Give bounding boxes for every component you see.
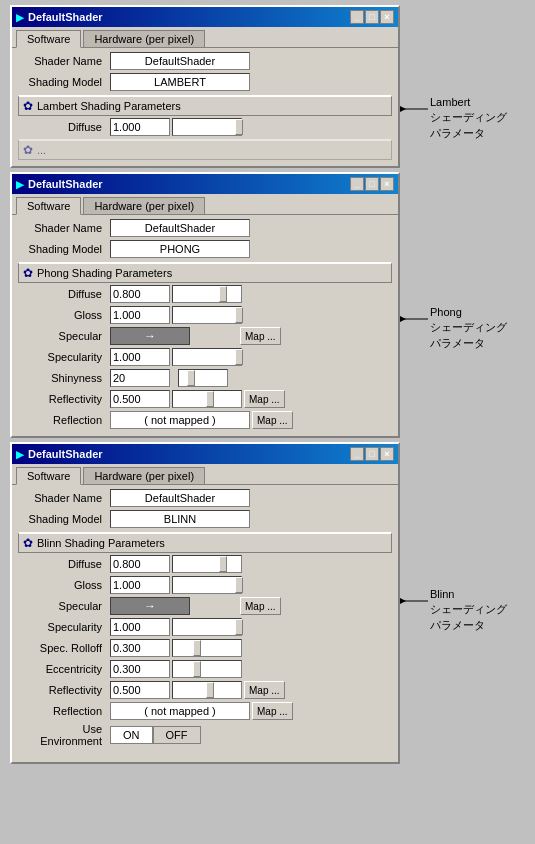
phong-arrow-line (400, 309, 430, 329)
phong-specular-map-btn[interactable]: Map ... (240, 327, 281, 345)
blinn-specular-arrow[interactable]: → (110, 597, 190, 615)
blinn-diffuse-input[interactable]: 0.800 (110, 555, 170, 573)
blinn-gloss-input[interactable]: 1.000 (110, 576, 170, 594)
close-button-blinn[interactable]: × (380, 447, 394, 461)
blinn-reflectivity-container: 0.500 (110, 681, 242, 699)
shading-model-row: Shading Model LAMBERT (16, 73, 394, 91)
phong-reflection-input[interactable]: ( not mapped ) (110, 411, 250, 429)
maximize-button[interactable]: □ (365, 10, 379, 24)
tab-hardware-blinn[interactable]: Hardware (per pixel) (83, 467, 205, 484)
phong-content: Shader Name DefaultShader Shading Model … (12, 215, 398, 436)
tab-hardware[interactable]: Hardware (per pixel) (83, 30, 205, 47)
shading-model-input-phong[interactable]: PHONG (110, 240, 250, 258)
slider-thumb-bspec[interactable] (235, 619, 243, 635)
slider-thumb-spec[interactable] (235, 349, 243, 365)
maximize-button-phong[interactable]: □ (365, 177, 379, 191)
phong-section-title: Phong Shading Parameters (37, 267, 172, 279)
blinn-reflection-row: Reflection ( not mapped ) Map ... (16, 702, 394, 720)
phong-reflection-map-btn[interactable]: Map ... (252, 411, 293, 429)
blinn-diffuse-label: Diffuse (20, 558, 110, 570)
slider-thumb-bg[interactable] (235, 577, 243, 593)
window-icon-blinn: ▶ (16, 449, 24, 460)
shading-model-input-blinn[interactable]: BLINN (110, 510, 250, 528)
phong-shinyness-label: Shinyness (20, 372, 110, 384)
close-button-phong[interactable]: × (380, 177, 394, 191)
blinn-env-on-button[interactable]: ON (110, 726, 153, 744)
slider-thumb[interactable] (219, 286, 227, 302)
phong-diffuse-slider[interactable] (172, 285, 242, 303)
blinn-diffuse-slider[interactable] (172, 555, 242, 573)
shader-name-label-phong: Shader Name (20, 222, 110, 234)
blinn-reflectivity-map-btn[interactable]: Map ... (244, 681, 285, 699)
blinn-env-off-button[interactable]: OFF (153, 726, 201, 744)
slider-thumb-broll[interactable] (193, 640, 201, 656)
phong-gloss-input[interactable]: 1.000 (110, 306, 170, 324)
svg-marker-5 (400, 598, 406, 604)
phong-specularity-input[interactable]: 1.000 (110, 348, 170, 366)
blinn-rolloff-input[interactable]: 0.300 (110, 639, 170, 657)
phong-reflectivity-slider[interactable] (172, 390, 242, 408)
shader-name-input-phong[interactable]: DefaultShader (110, 219, 250, 237)
phong-specularity-slider[interactable] (172, 348, 242, 366)
phong-shinyness-slider[interactable] (178, 369, 228, 387)
phong-specular-label: Specular (20, 330, 110, 342)
slider-thumb-ref[interactable] (206, 391, 214, 407)
slider-thumb-bd[interactable] (219, 556, 227, 572)
blinn-eccentricity-slider[interactable] (172, 660, 242, 678)
diffuse-slider[interactable] (172, 118, 242, 136)
phong-gloss-slider[interactable] (172, 306, 242, 324)
window-title-phong: DefaultShader (28, 178, 103, 190)
shading-model-input[interactable]: LAMBERT (110, 73, 250, 91)
slider-thumb-gloss[interactable] (235, 307, 243, 323)
maximize-button-blinn[interactable]: □ (365, 447, 379, 461)
phong-specular-arrow[interactable]: → (110, 327, 190, 345)
title-bar-lambert: ▶ DefaultShader _ □ × (12, 7, 398, 27)
blinn-rolloff-slider[interactable] (172, 639, 242, 657)
blinn-specularity-row: Specularity 1.000 (16, 618, 394, 636)
blinn-specularity-slider[interactable] (172, 618, 242, 636)
blinn-annotation: Blinn シェーディング パラメータ (400, 587, 507, 633)
section-icon-phong: ✿ (23, 266, 33, 280)
phong-reflectivity-input[interactable]: 0.500 (110, 390, 170, 408)
blinn-specular-map-btn[interactable]: Map ... (240, 597, 281, 615)
blinn-reflectivity-input[interactable]: 0.500 (110, 681, 170, 699)
minimize-button-blinn[interactable]: _ (350, 447, 364, 461)
blinn-gloss-row: Gloss 1.000 (16, 576, 394, 594)
slider-thumb-shiny[interactable] (187, 370, 195, 386)
tab-software-blinn[interactable]: Software (16, 467, 81, 485)
shader-name-row-blinn: Shader Name DefaultShader (16, 489, 394, 507)
shader-name-label-blinn: Shader Name (20, 492, 110, 504)
blinn-gloss-slider[interactable] (172, 576, 242, 594)
phong-reflectivity-map-btn[interactable]: Map ... (244, 390, 285, 408)
slider-thumb[interactable] (235, 119, 243, 135)
blinn-arrow-line (400, 591, 430, 611)
next-section-partial: ... (37, 144, 46, 156)
blinn-reflectivity-label: Reflectivity (20, 684, 110, 696)
blinn-gloss-label: Gloss (20, 579, 110, 591)
slider-thumb-becc[interactable] (193, 661, 201, 677)
blinn-specularity-input[interactable]: 1.000 (110, 618, 170, 636)
shading-model-row-phong: Shading Model PHONG (16, 240, 394, 258)
diffuse-input[interactable]: 1.000 (110, 118, 170, 136)
tab-software-phong[interactable]: Software (16, 197, 81, 215)
blinn-reflection-map-btn[interactable]: Map ... (252, 702, 293, 720)
minimize-button-phong[interactable]: _ (350, 177, 364, 191)
blinn-env-row: Use Environment ON OFF (16, 723, 394, 747)
blinn-specular-label: Specular (20, 600, 110, 612)
shader-name-input-blinn[interactable]: DefaultShader (110, 489, 250, 507)
tab-software[interactable]: Software (16, 30, 81, 48)
lambert-annotation-text: Lambert シェーディング パラメータ (430, 95, 507, 141)
blinn-eccentricity-input[interactable]: 0.300 (110, 660, 170, 678)
phong-diffuse-input[interactable]: 0.800 (110, 285, 170, 303)
phong-shinyness-input[interactable]: 20 (110, 369, 170, 387)
blinn-specularity-container: 1.000 (110, 618, 242, 636)
blinn-reflectivity-row: Reflectivity 0.500 Map ... (16, 681, 394, 699)
blinn-reflection-input[interactable]: ( not mapped ) (110, 702, 250, 720)
tab-hardware-phong[interactable]: Hardware (per pixel) (83, 197, 205, 214)
shader-name-input[interactable]: DefaultShader (110, 52, 250, 70)
slider-thumb-bref[interactable] (206, 682, 214, 698)
blinn-reflectivity-slider[interactable] (172, 681, 242, 699)
minimize-button[interactable]: _ (350, 10, 364, 24)
blinn-rolloff-row: Spec. Rolloff 0.300 (16, 639, 394, 657)
close-button[interactable]: × (380, 10, 394, 24)
